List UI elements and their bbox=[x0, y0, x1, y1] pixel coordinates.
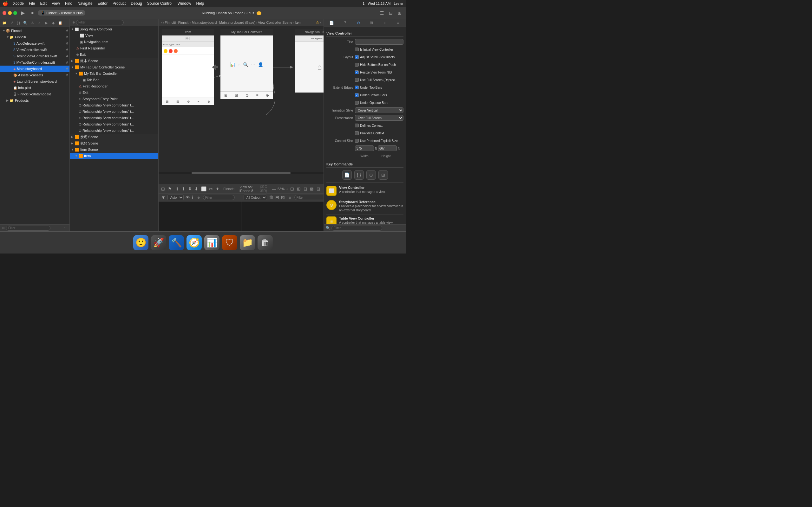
nav-tab-breakpoints[interactable]: ◆ bbox=[50, 20, 56, 26]
nav-item-assets[interactable]: 🎨 Assets.xcassets M bbox=[0, 72, 69, 78]
resize-nib-checkbox[interactable] bbox=[355, 70, 359, 74]
nav-filter-options[interactable]: ⋯ bbox=[64, 226, 67, 230]
apple-menu[interactable]: 🍎 bbox=[3, 1, 8, 6]
outline-filter-input[interactable] bbox=[76, 20, 124, 25]
nav-filter-input[interactable] bbox=[6, 226, 50, 231]
dock-filevault[interactable]: 📁 bbox=[240, 235, 255, 250]
tab-size[interactable]: ↕ bbox=[381, 20, 389, 26]
run-button[interactable]: ▶ bbox=[19, 9, 27, 17]
zoom-options-btn[interactable]: ⊟ bbox=[303, 185, 308, 193]
resolve-btn[interactable]: ✈ bbox=[215, 185, 219, 193]
under-top-checkbox[interactable] bbox=[355, 86, 359, 89]
outline-firstresponder2[interactable]: ⚠ First Responder bbox=[70, 83, 158, 89]
outline-exit[interactable]: ⊕ Exit bbox=[70, 51, 158, 58]
outline-rel4[interactable]: ⊙ Relationship "view controllers" t... bbox=[70, 121, 158, 127]
align-up-btn[interactable]: ⬆ bbox=[182, 185, 186, 193]
transition-select[interactable]: Cover Vertical bbox=[355, 107, 403, 113]
zoom-out-btn[interactable]: — bbox=[272, 186, 276, 191]
h-scrollbar[interactable] bbox=[159, 172, 323, 174]
nav-item-finnciti-group[interactable]: ▼ 📁 Finnciti M bbox=[0, 34, 69, 40]
menu-editor[interactable]: Editor bbox=[98, 1, 107, 6]
menu-file[interactable]: File bbox=[29, 1, 35, 6]
key-cmd-doc[interactable]: 📄 bbox=[342, 170, 352, 180]
zoom-fit-btn[interactable]: ⊠ bbox=[309, 185, 315, 193]
outline-rel5[interactable]: ⊙ Relationship "view controllers" t... bbox=[70, 127, 158, 134]
debug-filter-right[interactable] bbox=[294, 195, 323, 200]
navigator-toggle[interactable]: ☰ bbox=[378, 9, 386, 17]
tab-file[interactable]: 📄 bbox=[328, 20, 336, 26]
bc-finnciti2[interactable]: Finnciti bbox=[178, 20, 189, 24]
maximize-button[interactable] bbox=[13, 11, 17, 15]
debug-filter-left[interactable] bbox=[203, 195, 235, 200]
use-full-screen-checkbox[interactable] bbox=[355, 78, 359, 82]
menu-debug[interactable]: Debug bbox=[131, 1, 142, 6]
inspector-toggle[interactable]: ⊞ bbox=[396, 9, 403, 17]
nav-tab-symbols[interactable]: { } bbox=[15, 20, 21, 26]
bc-item[interactable]: Item bbox=[295, 20, 301, 24]
nav-item-datamodel[interactable]: 🗄 Finnciti.xcdatamodeld bbox=[0, 91, 69, 97]
outline-song-vc[interactable]: ▼ ⬜ Song View Controller bbox=[70, 26, 158, 32]
nav-tab-find[interactable]: 🔍 bbox=[22, 20, 29, 26]
bc-nav-next[interactable]: › bbox=[163, 20, 164, 24]
provides-context-checkbox[interactable] bbox=[355, 131, 359, 135]
nav-tab-debug[interactable]: ▶ bbox=[43, 20, 49, 26]
minimize-button[interactable] bbox=[8, 11, 12, 15]
tab-identity[interactable]: ⊙ bbox=[355, 20, 362, 26]
outline-exit2[interactable]: ⊕ Exit bbox=[70, 89, 158, 96]
hide-bottom-checkbox[interactable] bbox=[355, 63, 359, 66]
dock-finder[interactable]: 🙂 bbox=[133, 235, 148, 250]
outline-scene-zhangben[interactable]: ▶ 🟧 账本 Scene bbox=[70, 58, 158, 64]
outline-scene-wode[interactable]: ▶ 🟧 我的 Scene bbox=[70, 140, 158, 147]
under-bottom-checkbox[interactable] bbox=[355, 93, 359, 97]
auto-select[interactable]: Auto bbox=[167, 194, 184, 200]
fit-scene-btn[interactable]: ⊡ bbox=[290, 185, 295, 193]
is-initial-checkbox[interactable] bbox=[355, 48, 359, 51]
nav-tab-reports[interactable]: 📋 bbox=[57, 20, 63, 26]
constraints-btn[interactable]: ✂ bbox=[209, 185, 213, 193]
inspector-search-input[interactable] bbox=[332, 226, 382, 231]
adjust-scroll-checkbox[interactable] bbox=[355, 55, 359, 59]
bc-vc-scene[interactable]: View Controller Scene bbox=[258, 20, 293, 24]
debug-split2-btn[interactable]: ⊠ bbox=[281, 193, 285, 201]
nav-item-viewcontroller[interactable]: S ViewController.swift M bbox=[0, 47, 69, 53]
debug-toggle[interactable]: ⊟ bbox=[387, 9, 395, 17]
dock-xcode[interactable]: 🔨 bbox=[169, 235, 184, 250]
resize-btn[interactable]: ⬍ bbox=[194, 185, 199, 193]
outline-view[interactable]: ⬜ View bbox=[70, 32, 158, 39]
nav-item-appdelegate[interactable]: S AppDelegate.swift M bbox=[0, 40, 69, 47]
embed-btn[interactable]: ⬜ bbox=[201, 185, 206, 193]
tab-connections[interactable]: ⊃ bbox=[394, 20, 402, 26]
nav-item-mainstoryboard[interactable]: ◈ Main.storyboard M bbox=[0, 66, 69, 72]
menu-xcode[interactable]: Xcode bbox=[13, 1, 24, 6]
title-input[interactable] bbox=[355, 39, 403, 45]
menu-navigate[interactable]: Navigate bbox=[78, 1, 92, 6]
zoom-in-btn[interactable]: + bbox=[286, 186, 288, 191]
toggle-outline-btn[interactable]: ⊟ bbox=[161, 185, 165, 193]
scheme-selector[interactable]: 📱 Finnciti › iPhone 8 Plus bbox=[38, 10, 85, 15]
nav-tab-issues[interactable]: ⚠ bbox=[29, 20, 36, 26]
nav-item-finnciti-root[interactable]: ▼ 📦 Finnciti M bbox=[0, 27, 69, 34]
output-select[interactable]: All Output bbox=[244, 194, 267, 200]
nav-item-products[interactable]: ▶ 📁 Products bbox=[0, 97, 69, 104]
storyboard-canvas[interactable]: Navigation Controller Navigation Bar ⌂ bbox=[159, 26, 323, 184]
outline-entry-point[interactable]: ⊙ Storyboard Entry Point bbox=[70, 96, 158, 102]
debug-info-btn[interactable]: ℹ bbox=[192, 193, 194, 201]
bc-mainstoryboard[interactable]: Main.storyboard bbox=[192, 20, 217, 24]
dock-trash[interactable]: 🗑 bbox=[258, 235, 273, 250]
debug-trash-btn[interactable]: 🗑 bbox=[269, 193, 273, 201]
nav-item-infoplist[interactable]: 📋 Info.plist bbox=[0, 84, 69, 91]
dock-canister[interactable]: 🛡 bbox=[222, 235, 237, 250]
nav-tab-tests[interactable]: ✓ bbox=[36, 20, 43, 26]
menu-window[interactable]: Window bbox=[177, 1, 191, 6]
nav-item-launchscreen[interactable]: ◈ LaunchScreen.storyboard bbox=[0, 78, 69, 84]
outline-rel3[interactable]: ⊙ Relationship "view controllers" t... bbox=[70, 115, 158, 121]
outline-firstresponder[interactable]: ⚠ First Responder bbox=[70, 45, 158, 51]
outline-item[interactable]: ▼ 🟧 Item bbox=[70, 153, 158, 159]
bc-nav-prev[interactable]: ‹ bbox=[161, 20, 162, 24]
menu-source-control[interactable]: Source Control bbox=[147, 1, 172, 6]
explicit-size-checkbox[interactable] bbox=[355, 139, 359, 143]
pause-btn[interactable]: ⏸ bbox=[174, 185, 179, 193]
outline-scene-faxian[interactable]: ▶ 🟧 发现 Scene bbox=[70, 134, 158, 140]
outline-navitem[interactable]: ▣ Navigation Item bbox=[70, 39, 158, 45]
menu-find[interactable]: Find bbox=[65, 1, 72, 6]
